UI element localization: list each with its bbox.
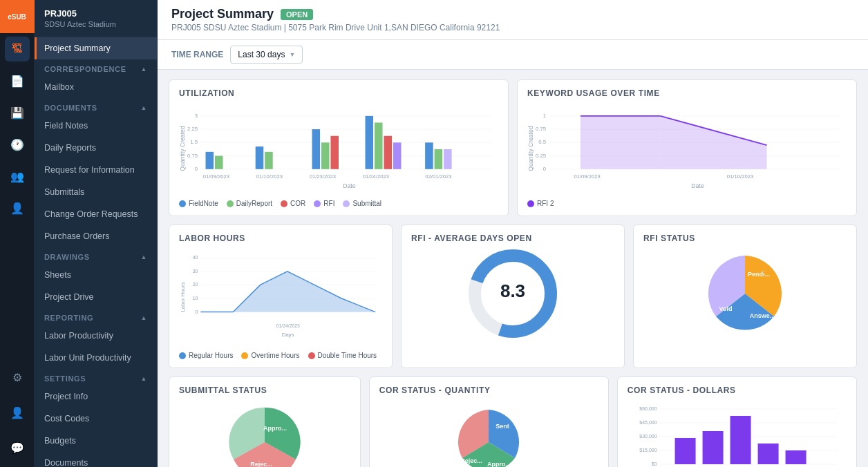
sidebar-item-mailbox[interactable]: Mailbox	[35, 76, 157, 98]
rail-settings-btn[interactable]: ⚙	[5, 365, 30, 390]
cor-status-quantity-title: COR STATUS - QUANTITY	[379, 385, 598, 395]
svg-text:Appro...: Appro...	[487, 461, 511, 467]
svg-text:01/09/2023: 01/09/2023	[203, 173, 229, 180]
sidebar-item-cost-codes[interactable]: Cost Codes	[35, 408, 157, 430]
svg-text:0.75: 0.75	[187, 153, 198, 159]
reporting-label: REPORTING	[44, 314, 93, 322]
svg-text:0.5: 0.5	[538, 139, 546, 145]
svg-text:1.5: 1.5	[190, 139, 198, 145]
svg-marker-58	[200, 271, 375, 312]
svg-text:01/24/2023: 01/24/2023	[363, 173, 389, 180]
content-area: UTILIZATION Quantity Created 3 2.25 1.5 …	[158, 70, 868, 467]
rfi-avg-days-chart-card: RFI - AVERAGE DAYS OPEN 8.3	[401, 225, 625, 368]
svg-rect-11	[206, 152, 214, 169]
project-summary-label: Project Summary	[44, 44, 111, 53]
sidebar-item-project-info[interactable]: Project Info	[35, 385, 157, 408]
submittal-status-chart-card: SUBMITTAL STATUS Appro... Rejec...	[169, 377, 361, 467]
rail-documents-btn[interactable]: 📄	[5, 68, 30, 93]
svg-text:Pendi...: Pendi...	[748, 271, 770, 278]
panel-project-id: PRJ005	[44, 8, 147, 19]
svg-text:Appro...: Appro...	[263, 425, 287, 432]
rail-chat-btn[interactable]: 💬	[5, 435, 30, 460]
svg-text:01/10/2023: 01/10/2023	[727, 173, 753, 180]
legend-rfi: RFI	[314, 200, 334, 207]
sidebar-section-reporting[interactable]: REPORTING ▲	[35, 308, 157, 325]
time-range-label: TIME RANGE	[171, 50, 223, 59]
rail-resources-btn[interactable]: 👥	[5, 164, 30, 189]
sidebar-section-drawings[interactable]: DRAWINGS ▲	[35, 247, 157, 264]
sidebar-item-documents[interactable]: Documents	[35, 452, 157, 467]
svg-text:$15,000: $15,000	[639, 448, 657, 452]
svg-text:$45,000: $45,000	[639, 420, 657, 425]
svg-text:Quantity Created: Quantity Created	[527, 126, 534, 171]
svg-text:30: 30	[193, 269, 198, 274]
sidebar-section-settings[interactable]: SETTINGS ▲	[35, 369, 157, 385]
side-panel: PRJ005 SDSU Aztec Stadium Project Summar…	[35, 0, 158, 467]
svg-text:8.3: 8.3	[500, 280, 525, 301]
utilization-chart-title: UTILIZATION	[179, 88, 498, 98]
svg-text:02/01/2023: 02/01/2023	[425, 173, 451, 180]
page-title: Project Summary	[171, 7, 274, 21]
svg-text:01/09/2023: 01/09/2023	[574, 173, 600, 180]
svg-text:20: 20	[193, 282, 198, 287]
sidebar-item-labor-unit-productivity[interactable]: Labor Unit Productivity	[35, 347, 157, 369]
svg-text:0: 0	[196, 309, 198, 314]
documents-chevron-icon: ▲	[140, 104, 147, 111]
svg-rect-18	[366, 116, 374, 169]
time-range-dropdown[interactable]: Last 30 days ▼	[230, 46, 303, 64]
correspondence-label: CORRESPONDENCE	[44, 65, 126, 73]
sidebar-section-documents[interactable]: DOCUMENTS ▲	[35, 98, 157, 115]
svg-text:01/24/2023: 01/24/2023	[276, 323, 301, 328]
sidebar-item-submittals[interactable]: Submittals	[35, 181, 157, 203]
svg-text:Date: Date	[343, 182, 355, 189]
svg-rect-22	[425, 142, 433, 169]
sidebar-item-project-drive[interactable]: Project Drive	[35, 286, 157, 308]
svg-rect-17	[330, 136, 339, 169]
legend-cor: COR	[281, 200, 305, 207]
rail-projects-btn[interactable]: 🏗	[5, 37, 30, 61]
legend-double-time: Double Time Hours	[308, 352, 377, 359]
labor-hours-legend: Regular Hours Overtime Hours Double Time…	[179, 352, 382, 359]
settings-chevron-icon: ▲	[140, 375, 147, 382]
sidebar-item-budgets[interactable]: Budgets	[35, 430, 157, 452]
svg-marker-43	[661, 116, 767, 169]
svg-rect-19	[375, 122, 383, 169]
keyword-usage-title: KEYWORD USAGE OVER TIME	[527, 88, 847, 98]
sidebar-section-correspondence[interactable]: CORRESPONDENCE ▲	[35, 59, 157, 76]
rail-time-btn[interactable]: 🕐	[5, 132, 30, 157]
sidebar-item-sheets[interactable]: Sheets	[35, 264, 157, 286]
rail-user-btn[interactable]: 👤	[5, 400, 30, 425]
cor-status-dollars-chart-card: COR STATUS - DOLLARS $60,000 $45,000 $30…	[617, 377, 857, 467]
svg-text:0: 0	[543, 166, 546, 172]
svg-text:10: 10	[193, 296, 198, 301]
legend-regular-hours: Regular Hours	[179, 352, 233, 359]
svg-text:40: 40	[193, 255, 198, 260]
sidebar-item-cor[interactable]: Change Order Requests	[35, 203, 157, 225]
svg-rect-15	[312, 129, 321, 169]
legend-overtime-hours: Overtime Hours	[241, 352, 299, 359]
sidebar-item-purchase-orders[interactable]: Purchase Orders	[35, 225, 157, 247]
svg-text:Rejec...: Rejec...	[250, 461, 272, 467]
utilization-legend: FieldNote DailyReport COR RFI Submittal	[179, 200, 498, 207]
sidebar-item-daily-reports[interactable]: Daily Reports	[35, 137, 157, 159]
utilization-chart-card: UTILIZATION Quantity Created 3 2.25 1.5 …	[169, 79, 509, 216]
time-range-value: Last 30 days	[238, 50, 285, 59]
main-header: Project Summary OPEN PRJ005 SDSU Aztec S…	[158, 0, 868, 40]
sidebar-item-labor-productivity[interactable]: Labor Productivity	[35, 325, 157, 347]
rail-drive-btn[interactable]: 💾	[5, 100, 30, 125]
toolbar: TIME RANGE Last 30 days ▼	[158, 40, 868, 70]
legend-fieldnote: FieldNote	[179, 200, 218, 207]
icon-rail: eSUB 🏗 📄 💾 🕐 👥 👤 ⚙ 👤 💬	[0, 0, 35, 467]
settings-label: SETTINGS	[44, 374, 86, 383]
svg-text:Quantity Created: Quantity Created	[179, 126, 186, 171]
svg-rect-21	[393, 142, 402, 169]
rfi-status-chart-card: RFI STATUS Pendi... Answe... Void	[633, 225, 857, 368]
cor-status-dollars-chart: $60,000 $45,000 $30,000 $15,000 $0	[628, 401, 847, 467]
sidebar-item-field-notes[interactable]: Field Notes	[35, 115, 157, 137]
rail-useradmin-btn[interactable]: 👤	[5, 196, 30, 220]
svg-text:2.25: 2.25	[187, 126, 198, 132]
labor-hours-chart-card: LABOR HOURS Labor Hours 40 30 20 10 0	[169, 225, 393, 368]
sidebar-item-project-summary[interactable]: Project Summary	[35, 37, 157, 59]
sidebar-item-rfi[interactable]: Request for Information	[35, 159, 157, 181]
svg-rect-23	[435, 149, 443, 169]
